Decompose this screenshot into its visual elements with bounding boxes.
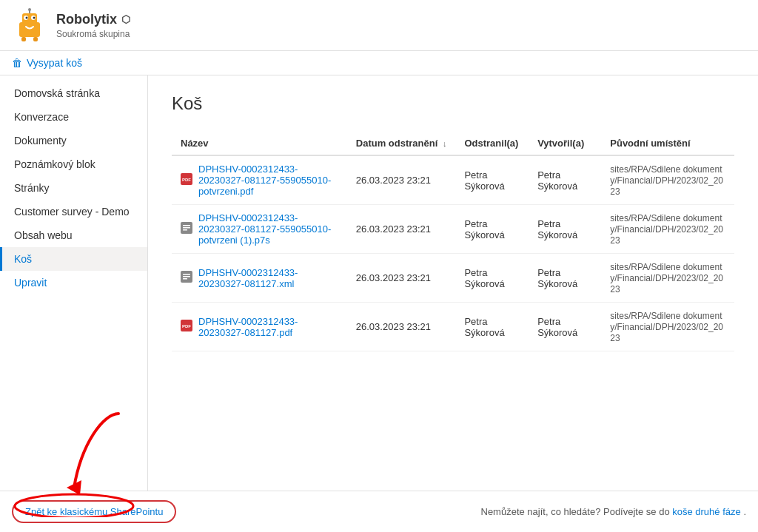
file-deleted-by: Petra Sýkorová — [455, 155, 529, 205]
share-icon[interactable]: ⬡ — [121, 13, 130, 25]
sort-arrow-date: ↓ — [443, 139, 447, 148]
svg-point-5 — [26, 17, 28, 19]
file-type-icon — [181, 222, 192, 237]
col-header-created: Vytvořil(a) — [529, 132, 601, 155]
file-name-link[interactable]: DPHSHV-0002312433-20230327-081127-559055… — [198, 212, 338, 246]
sidebar-item-edit[interactable]: Upravit — [0, 271, 147, 294]
file-created-by: Petra Sýkorová — [529, 254, 601, 303]
file-deleted-by: Petra Sýkorová — [455, 254, 529, 303]
site-title: Robolytix ⬡ — [56, 12, 130, 27]
sidebar-item-pages[interactable]: Stránky — [0, 176, 147, 200]
file-name-cell: PDF DPHSHV-0002312433-20230327-081127.pd… — [181, 316, 338, 338]
page-title: Koš — [172, 93, 734, 114]
file-name-link[interactable]: DPHSHV-0002312433-20230327-081127.xml — [198, 267, 338, 289]
svg-rect-1 — [19, 22, 40, 37]
table-row: PDF DPHSHV-0002312433-20230327-081127.pd… — [172, 303, 734, 351]
top-action-bar: 🗑 Vysypat koš — [0, 51, 758, 75]
file-created-by: Petra Sýkorová — [529, 303, 601, 351]
classic-sharepoint-button[interactable]: Zpět ke klasickému SharePointu — [12, 500, 176, 523]
app-header: Robolytix ⬡ Soukromá skupina — [0, 0, 758, 51]
empty-trash-link[interactable]: 🗑 Vysypat koš — [12, 57, 746, 69]
col-header-date[interactable]: Datum odstranění ↓ — [347, 132, 456, 155]
sidebar: Domovská stránka Konverzace Dokumenty Po… — [0, 75, 148, 491]
sidebar-item-webcontent[interactable]: Obsah webu — [0, 223, 147, 247]
col-header-name: Název — [172, 132, 347, 155]
main-layout: Domovská stránka Konverzace Dokumenty Po… — [0, 75, 758, 491]
file-date: 26.03.2023 23:21 — [347, 303, 456, 351]
table-row: DPHSHV-0002312433-20230327-081127.xml 26… — [172, 254, 734, 303]
file-created-by: Petra Sýkorová — [529, 205, 601, 254]
svg-rect-15 — [183, 227, 190, 229]
file-type-icon: PDF — [181, 173, 192, 188]
svg-rect-14 — [183, 225, 190, 226]
svg-point-8 — [28, 8, 31, 11]
table-row: DPHSHV-0002312433-20230327-081127-559055… — [172, 205, 734, 254]
col-header-location: Původní umístění — [601, 132, 734, 155]
file-location: sites/RPA/Sdilene dokumenty/Financial/DP… — [601, 205, 734, 254]
file-type-icon: PDF — [181, 320, 192, 334]
bottom-bar: Zpět ke klasickému SharePointu Nemůžete … — [0, 491, 758, 532]
file-created-by: Petra Sýkorová — [529, 155, 601, 205]
file-name-cell: DPHSHV-0002312433-20230327-081127.xml — [181, 267, 338, 289]
svg-rect-9 — [21, 37, 26, 41]
svg-rect-19 — [183, 276, 190, 277]
second-phase-trash-link[interactable]: koše druhé fáze — [672, 506, 741, 517]
file-type-icon — [181, 271, 192, 286]
svg-point-6 — [33, 17, 36, 19]
table-row: PDF DPHSHV-0002312433-20230327-081127-55… — [172, 155, 734, 205]
svg-text:PDF: PDF — [182, 178, 191, 182]
sidebar-item-notes[interactable]: Poznámkový blok — [0, 152, 147, 176]
sidebar-item-documents[interactable]: Dokumenty — [0, 129, 147, 152]
main-content: Koš Název Datum odstranění ↓ Odstranil(a… — [148, 75, 758, 491]
sidebar-item-survey[interactable]: Customer survey - Demo — [0, 200, 147, 223]
sidebar-item-trash[interactable]: Koš — [0, 247, 147, 271]
svg-rect-18 — [183, 274, 190, 275]
file-name-link[interactable]: DPHSHV-0002312433-20230327-081127-559055… — [198, 164, 338, 197]
svg-rect-20 — [183, 278, 187, 280]
sidebar-item-conversations[interactable]: Konverzace — [0, 105, 147, 129]
file-location: sites/RPA/Sdilene dokumenty/Financial/DP… — [601, 254, 734, 303]
file-date: 26.03.2023 23:21 — [347, 254, 456, 303]
svg-rect-16 — [183, 229, 187, 231]
app-logo — [12, 7, 47, 43]
file-date: 26.03.2023 23:21 — [347, 155, 456, 205]
sidebar-item-home[interactable]: Domovská stránka — [0, 81, 147, 105]
file-location: sites/RPA/Sdilene dokumenty/Financial/DP… — [601, 303, 734, 351]
file-name-cell: PDF DPHSHV-0002312433-20230327-081127-55… — [181, 164, 338, 197]
trash-icon: 🗑 — [12, 57, 22, 69]
file-deleted-by: Petra Sýkorová — [455, 303, 529, 351]
file-deleted-by: Petra Sýkorová — [455, 205, 529, 254]
file-name-cell: DPHSHV-0002312433-20230327-081127-559055… — [181, 212, 338, 246]
svg-text:PDF: PDF — [182, 324, 191, 329]
col-header-deleted: Odstranil(a) — [455, 132, 529, 155]
file-date: 26.03.2023 23:21 — [347, 205, 456, 254]
file-name-link[interactable]: DPHSHV-0002312433-20230327-081127.pdf — [198, 316, 338, 338]
svg-rect-10 — [33, 37, 38, 41]
file-location: sites/RPA/Sdilene dokumenty/Financial/DP… — [601, 155, 734, 205]
site-subtitle: Soukromá skupina — [56, 29, 130, 39]
file-table: Název Datum odstranění ↓ Odstranil(a) Vy… — [172, 132, 734, 351]
bottom-help-text: Nemůžete najít, co hledáte? Podívejte se… — [481, 506, 747, 517]
